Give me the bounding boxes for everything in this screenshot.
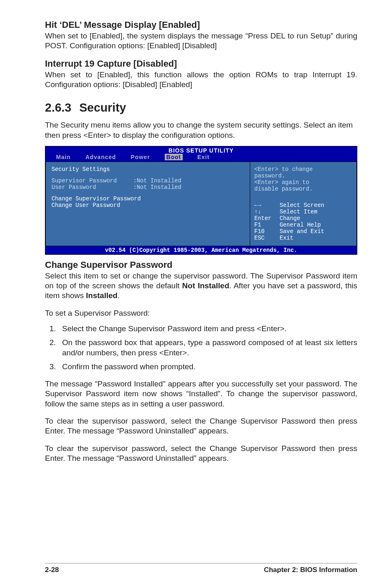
list-item: Select the Change Supervisor Password it…	[58, 324, 357, 334]
chapter-label: Chapter 2: BIOS Information	[264, 566, 357, 574]
bios-key-desc: General Help	[280, 222, 321, 228]
bios-tab-boot: Boot	[165, 154, 183, 160]
bios-key-legend: ←→Select Screen ↑↓Select Item EnterChang…	[254, 202, 352, 242]
para-changesup-3: The message “Password Installed” appears…	[45, 379, 357, 409]
bios-key-desc: Change	[280, 215, 300, 222]
section-heading-security: 2.6.3Security	[45, 101, 357, 114]
bios-left-pane: Security Settings Supervisor Password :N…	[45, 162, 250, 246]
bios-tab-power: Power	[131, 154, 150, 160]
bios-key: ↑↓	[254, 209, 280, 215]
bios-row-supervisor: Supervisor Password :Not Installed	[52, 177, 244, 184]
list-item: On the password box that appears, type a…	[58, 338, 357, 358]
bios-key-desc: Select Screen	[280, 202, 324, 209]
bios-key-desc: Exit	[280, 235, 294, 241]
text-fragment: .	[117, 291, 119, 300]
bios-screenshot: BIOS SETUP UTILITY Main Advanced Power B…	[45, 146, 357, 255]
section-title: Security	[79, 101, 126, 114]
heading-int19: Interrupt 19 Capture [Disabled]	[45, 58, 357, 69]
bios-row-user: User Password :Not Installed	[52, 184, 244, 191]
bios-help-line: <Enter> to change	[254, 166, 352, 173]
bios-help-line: password.	[254, 173, 352, 179]
list-item: Confirm the password when prompted.	[58, 362, 357, 372]
bios-security-heading: Security Settings	[52, 166, 244, 173]
bios-right-pane: <Enter> to change password. <Enter> agai…	[250, 162, 357, 246]
bios-tab-exit: Exit	[197, 154, 210, 160]
bios-tab-main: Main	[56, 154, 71, 160]
bios-item-change-sup: Change Supervisor Password	[52, 195, 244, 202]
bios-tabs: Main Advanced Power Boot Exit	[45, 154, 357, 162]
bold-installed: Installed	[86, 291, 117, 300]
bios-key: Enter	[254, 215, 280, 222]
bios-tab-advanced: Advanced	[85, 154, 116, 160]
para-changesup-1: Select this item to set or change the su…	[45, 271, 357, 301]
bios-item-change-user: Change User Password	[52, 202, 244, 209]
bios-footer: v02.54 (C)Copyright 1985-2003, American …	[45, 246, 357, 254]
page-number: 2-28	[45, 566, 59, 574]
bios-user-value: :Not Installed	[133, 184, 182, 191]
para-hit-del: When set to [Enabled], the system displa…	[45, 31, 357, 51]
bios-help-line: <Enter> again to	[254, 179, 352, 186]
steps-list: Select the Change Supervisor Password it…	[45, 324, 357, 372]
para-changesup-5: To clear the supervisor password, select…	[45, 444, 357, 464]
bios-supervisor-label: Supervisor Password	[52, 177, 133, 184]
bios-help-line: disable password.	[254, 186, 352, 192]
para-changesup-4: To clear the supervisor password, select…	[45, 416, 357, 436]
section-number: 2.6.3	[45, 101, 79, 114]
heading-hit-del: Hit ‘DEL’ Message Display [Enabled]	[45, 20, 357, 30]
bios-key-desc: Save and Exit	[280, 228, 324, 235]
bios-key: ←→	[254, 202, 280, 209]
bios-key-desc: Select Item	[280, 209, 317, 215]
bios-key: ESC	[254, 235, 280, 241]
bios-key: F10	[254, 228, 280, 235]
para-security-intro: The Security menu items allow you to cha…	[45, 120, 357, 140]
para-changesup-2: To set a Supervisor Password:	[45, 308, 357, 318]
bios-key: F1	[254, 222, 280, 228]
bold-not-installed: Not Installed	[182, 281, 229, 290]
para-int19: When set to [Enabled], this function all…	[45, 70, 357, 90]
bios-help-text: <Enter> to change password. <Enter> agai…	[254, 166, 352, 192]
page-footer: 2-28 Chapter 2: BIOS Information	[45, 563, 357, 574]
bios-supervisor-value: :Not Installed	[133, 177, 182, 184]
heading-change-supervisor: Change Supervisor Password	[45, 260, 357, 270]
bios-user-label: User Password	[52, 184, 133, 191]
bios-title: BIOS SETUP UTILITY	[45, 146, 357, 154]
